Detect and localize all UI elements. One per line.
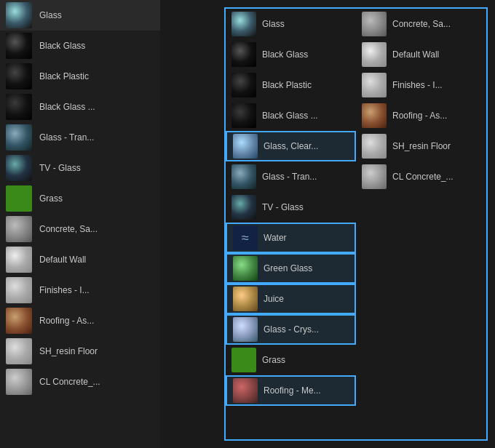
grid-label-black-plastic: Black Plastic: [262, 80, 312, 90]
label-glass-tran: Glass - Tran...: [39, 132, 94, 143]
list-item[interactable]: Default Wall: [0, 244, 160, 275]
grid-item-glass-crys[interactable]: Glass - Crys...: [226, 314, 356, 345]
left-material-list[interactable]: Glass Black Glass Black Plastic Black Gl…: [0, 0, 160, 448]
list-item[interactable]: Concrete, Sa...: [0, 214, 160, 244]
list-item[interactable]: Glass: [0, 0, 160, 31]
grid-thumb-glass-tran: [231, 164, 256, 189]
thumb-black-glass2: [6, 94, 32, 120]
grid-item-finishes[interactable]: Finishes - I...: [356, 70, 486, 100]
grid-item-glass[interactable]: Glass: [226, 9, 356, 39]
grid-label-sh-resin: SH_resin Floor: [392, 141, 451, 151]
thumb-finishes: [6, 277, 32, 303]
grid-item-roofing-as[interactable]: Roofing - As...: [356, 100, 486, 131]
grid-item-default-wall[interactable]: Default Wall: [356, 39, 486, 70]
thumb-glass-tran: [6, 124, 32, 151]
thumb-default-wall: [6, 247, 32, 273]
list-item[interactable]: Black Glass ...: [0, 92, 160, 122]
grid-label-glass: Glass: [262, 19, 285, 29]
grid-item-green-glass[interactable]: Green Glass: [226, 253, 356, 284]
list-item[interactable]: Grass: [0, 183, 160, 214]
label-black-glass: Black Glass: [39, 41, 85, 51]
grid-label-default-wall: Default Wall: [392, 49, 439, 60]
grid-item-grass[interactable]: Grass: [226, 345, 356, 375]
grid-thumb-default-wall: [362, 42, 387, 67]
thumb-grass: [6, 185, 32, 212]
thumb-sh-resin: [6, 338, 32, 364]
grid-item-water[interactable]: Water: [226, 223, 356, 253]
grid-label-black-glass2: Black Glass ...: [262, 111, 318, 121]
grid-item-sh-resin[interactable]: SH_resin Floor: [356, 131, 486, 161]
grid-label-glass-clear: Glass, Clear...: [264, 141, 318, 151]
grid-item-black-glass[interactable]: Black Glass: [226, 39, 356, 70]
grid-item-cl-concrete[interactable]: CL Concrete_...: [356, 161, 486, 192]
grid-label-grass: Grass: [262, 355, 285, 365]
grid-item-tv-glass[interactable]: TV - Glass: [226, 192, 356, 223]
grid-label-tv-glass: TV - Glass: [262, 202, 304, 212]
grid-item-black-glass2[interactable]: Black Glass ...: [226, 100, 356, 131]
grid-thumb-glass-crys: [233, 317, 258, 342]
grid-thumb-black-plastic: [231, 73, 256, 97]
label-grass: Grass: [39, 193, 63, 204]
label-roofing-as: Roofing - As...: [39, 316, 94, 326]
grid-thumb-juice: [233, 287, 258, 311]
grid-label-concrete: Concrete, Sa...: [392, 19, 451, 29]
grid-label-water: Water: [264, 233, 287, 243]
grid-item-black-plastic[interactable]: Black Plastic: [226, 70, 356, 100]
grid-thumb-glass-clear: [233, 134, 258, 159]
grid-thumb-glass: [231, 12, 256, 36]
list-item[interactable]: Black Plastic: [0, 61, 160, 92]
list-item[interactable]: TV - Glass: [0, 153, 160, 183]
grid-thumb-cl-concrete: [362, 164, 387, 189]
grid-thumb-tv-glass: [231, 195, 256, 220]
grid-item-glass-clear[interactable]: Glass, Clear...: [226, 131, 356, 161]
label-glass: Glass: [39, 10, 62, 20]
grid-item-concrete[interactable]: Concrete, Sa...: [356, 9, 486, 39]
list-item[interactable]: CL Concrete_...: [0, 367, 160, 397]
grid-thumb-finishes: [362, 73, 387, 97]
grid-label-juice: Juice: [264, 294, 284, 304]
thumb-roofing-as: [6, 308, 32, 334]
thumb-tv-glass: [6, 155, 32, 181]
grid-item-juice[interactable]: Juice: [226, 284, 356, 314]
label-concrete: Concrete, Sa...: [39, 224, 98, 234]
grid-label-glass-crys: Glass - Crys...: [264, 324, 319, 335]
grid-label-finishes: Finishes - I...: [392, 80, 443, 90]
grid-thumb-water: [233, 225, 258, 250]
grid-thumb-roofing-as: [362, 103, 387, 128]
thumb-glass: [6, 2, 32, 28]
thumb-cl-concrete: [6, 369, 32, 395]
grid-thumb-concrete: [362, 12, 387, 36]
grid-label-glass-tran: Glass - Tran...: [262, 172, 317, 182]
material-grid: Glass Concrete, Sa... Black Glass Defaul…: [226, 9, 486, 406]
grid-thumb-grass: [231, 348, 256, 372]
grid-thumb-black-glass: [231, 42, 256, 67]
grid-label-roofing-as: Roofing - As...: [392, 111, 447, 121]
label-tv-glass: TV - Glass: [39, 163, 81, 173]
list-item[interactable]: Black Glass: [0, 31, 160, 61]
list-item[interactable]: Roofing - As...: [0, 305, 160, 336]
thumb-concrete: [6, 216, 32, 242]
grid-item-glass-tran[interactable]: Glass - Tran...: [226, 161, 356, 192]
label-black-glass2: Black Glass ...: [39, 102, 95, 112]
grid-thumb-roofing-me: [233, 378, 258, 403]
grid-item-roofing-me[interactable]: Roofing - Me...: [226, 375, 356, 406]
grid-label-green-glass: Green Glass: [264, 263, 312, 273]
grid-thumb-green-glass: [233, 256, 258, 281]
grid-label-black-glass: Black Glass: [262, 49, 308, 60]
label-default-wall: Default Wall: [39, 255, 86, 265]
grid-thumb-sh-resin: [362, 134, 387, 159]
list-item[interactable]: Finishes - I...: [0, 275, 160, 305]
list-item[interactable]: Glass - Tran...: [0, 122, 160, 153]
label-cl-concrete: CL Concrete_...: [39, 377, 100, 387]
thumb-black-plastic: [6, 63, 32, 89]
label-finishes: Finishes - I...: [39, 285, 90, 295]
grid-label-cl-concrete: CL Concrete_...: [392, 172, 454, 182]
label-black-plastic: Black Plastic: [39, 71, 89, 81]
grid-label-roofing-me: Roofing - Me...: [264, 385, 321, 396]
thumb-black-glass: [6, 33, 32, 59]
right-material-grid[interactable]: Glass Concrete, Sa... Black Glass Defaul…: [224, 7, 488, 441]
grid-thumb-black-glass2: [231, 103, 256, 128]
list-item[interactable]: SH_resin Floor: [0, 336, 160, 367]
label-sh-resin: SH_resin Floor: [39, 346, 98, 356]
